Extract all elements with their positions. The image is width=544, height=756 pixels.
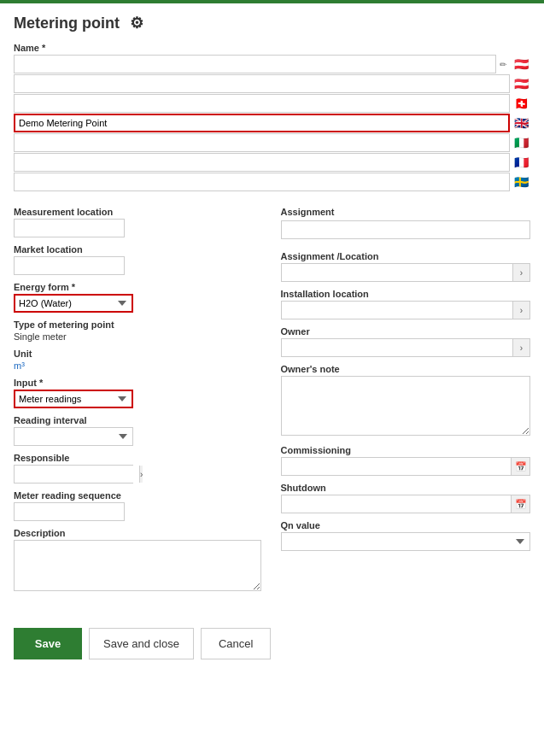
installation-location-wrapper: › <box>281 301 531 319</box>
meter-reading-seq-label: Meter reading sequence <box>14 490 264 501</box>
left-column: Measurement location Market location Ene… <box>14 200 264 594</box>
commissioning-wrapper: 📅 <box>281 457 531 476</box>
description-textarea[interactable] <box>14 540 261 591</box>
qn-value-select[interactable] <box>281 532 531 551</box>
flag-fr: 🇫🇷 <box>512 153 530 172</box>
assignment-location-label: Assignment /Location <box>281 251 531 261</box>
owners-note-textarea[interactable] <box>281 376 531 436</box>
shutdown-calendar-icon[interactable]: 📅 <box>511 495 529 513</box>
shutdown-input[interactable] <box>282 495 512 513</box>
owner-nav[interactable]: › <box>512 339 529 356</box>
flag-ch: 🇨🇭 <box>512 94 530 113</box>
flag-se: 🇸🇪 <box>512 173 530 191</box>
name-row-5: 🇮🇹 <box>14 133 530 152</box>
responsible-wrapper: › <box>14 465 133 483</box>
assignment-location-input[interactable] <box>282 264 513 281</box>
type-metering-value: Single meter <box>14 331 264 342</box>
name-row-7: 🇸🇪 <box>14 173 530 191</box>
unit-label: Unit <box>14 349 264 359</box>
name-rows: ✏ 🇦🇹 🇦🇹 🇨🇭 🇬🇧 🇮🇹 <box>14 55 530 191</box>
energy-form-label: Energy form <box>14 282 264 292</box>
input-label: Input <box>14 378 264 388</box>
name-input-it[interactable] <box>14 133 510 152</box>
reading-interval-select[interactable] <box>14 427 133 446</box>
commissioning-label: Commissioning <box>281 445 531 455</box>
measurement-location-input[interactable] <box>14 219 125 237</box>
description-label: Description <box>14 528 264 538</box>
owner-label: Owner <box>281 326 531 337</box>
save-and-close-button[interactable]: Save and close <box>89 628 194 659</box>
name-input-ch[interactable] <box>14 94 510 113</box>
page-title: Metering point ⚙ <box>14 14 530 32</box>
name-input-se[interactable] <box>14 173 510 191</box>
flag-gb: 🇬🇧 <box>512 114 530 132</box>
reading-interval-label: Reading interval <box>14 415 264 425</box>
title-text: Metering point <box>14 15 120 32</box>
installation-location-input[interactable] <box>282 302 513 319</box>
name-input-at1[interactable] <box>14 55 496 73</box>
responsible-label: Responsible <box>14 453 264 463</box>
name-label: Name <box>14 43 530 53</box>
market-location-input[interactable] <box>14 256 125 275</box>
edit-icon-1[interactable]: ✏ <box>496 55 510 73</box>
save-button[interactable]: Save <box>14 628 82 659</box>
meter-reading-seq-input[interactable] <box>14 502 125 521</box>
name-field-section: Name ✏ 🇦🇹 🇦🇹 🇨🇭 🇬🇧 <box>14 43 530 191</box>
assignment-label: Assignment <box>281 207 531 217</box>
installation-location-nav[interactable]: › <box>512 302 529 319</box>
commissioning-input[interactable] <box>282 458 512 475</box>
owners-note-label: Owner's note <box>281 364 531 374</box>
assignment-location-wrapper: › <box>281 263 531 282</box>
flag-at-1: 🇦🇹 <box>512 55 530 73</box>
commissioning-calendar-icon[interactable]: 📅 <box>511 458 529 475</box>
assignment-input[interactable] <box>281 220 531 239</box>
owner-input[interactable] <box>282 339 513 356</box>
owner-wrapper: › <box>281 338 531 357</box>
market-location-label: Market location <box>14 244 264 255</box>
type-metering-label: Type of metering point <box>14 319 264 330</box>
gear-icon[interactable]: ⚙ <box>130 14 149 32</box>
name-input-at2[interactable] <box>14 74 510 93</box>
unit-value: m³ <box>14 360 264 371</box>
installation-location-label: Installation location <box>281 289 531 299</box>
qn-value-label: Qn value <box>281 520 531 530</box>
responsible-nav-arrow[interactable]: › <box>139 466 143 483</box>
name-row-4: 🇬🇧 <box>14 114 530 132</box>
name-input-fr[interactable] <box>14 153 510 172</box>
input-select[interactable]: Meter readings Manual Automatic <box>14 390 133 408</box>
name-row-6: 🇫🇷 <box>14 153 530 172</box>
name-row-3: 🇨🇭 <box>14 94 530 113</box>
name-input-gb[interactable] <box>14 114 510 132</box>
flag-at-2: 🇦🇹 <box>512 74 530 93</box>
energy-form-select[interactable]: H2O (Water) Electricity Gas Heat <box>14 294 133 313</box>
shutdown-wrapper: 📅 <box>281 495 531 513</box>
right-column: Assignment Assignment /Location › Instal… <box>281 200 531 594</box>
footer: Save Save and close Cancel <box>0 618 544 670</box>
assignment-location-nav[interactable]: › <box>512 264 529 281</box>
flag-it: 🇮🇹 <box>512 133 530 152</box>
name-row-1: ✏ 🇦🇹 <box>14 55 530 73</box>
shutdown-label: Shutdown <box>281 483 531 493</box>
name-row-2: 🇦🇹 <box>14 74 530 93</box>
cancel-button[interactable]: Cancel <box>201 628 271 659</box>
responsible-input[interactable] <box>15 466 139 483</box>
measurement-location-label: Measurement location <box>14 207 264 217</box>
